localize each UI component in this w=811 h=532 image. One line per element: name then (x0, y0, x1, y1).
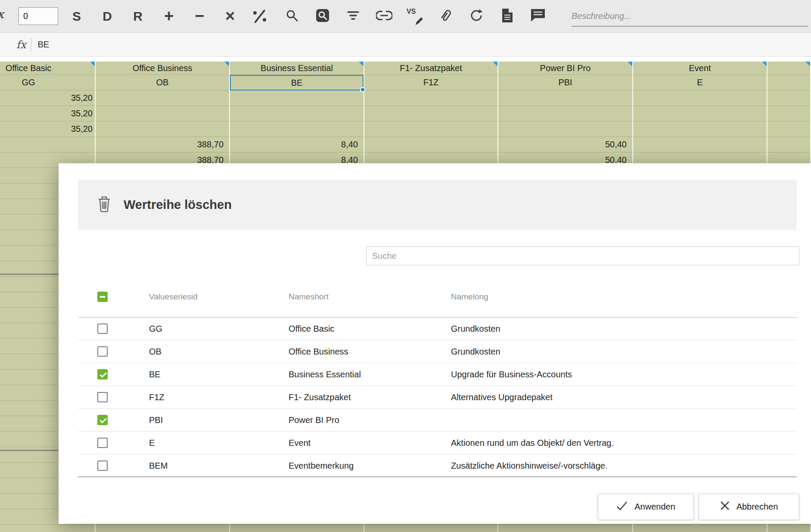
column-header-E[interactable]: Event (633, 62, 767, 75)
row-checkbox[interactable] (97, 346, 108, 357)
cell[interactable] (767, 106, 810, 121)
column-header-GG[interactable]: Office Basic (0, 62, 95, 75)
multiply-button[interactable]: × (218, 0, 242, 32)
link-button[interactable] (372, 0, 396, 32)
series-code-cell-F1Z[interactable]: F1Z (364, 75, 497, 90)
cell[interactable] (364, 121, 497, 137)
document-button[interactable] (495, 0, 519, 32)
cell[interactable] (498, 90, 632, 106)
cell[interactable] (633, 525, 767, 532)
series-code-cell-BE[interactable]: BE (230, 75, 364, 90)
cell[interactable]: 50,40 (498, 137, 632, 152)
refresh-button[interactable] (464, 0, 488, 32)
cell[interactable]: 388,70 (96, 137, 229, 152)
column-header[interactable] (767, 62, 810, 75)
series-table-body: GG Office Basic Grundkosten OB Office Bu… (78, 317, 797, 477)
cell[interactable] (364, 137, 497, 152)
cell-valueseriesid: BE (149, 370, 161, 380)
advanced-search-button[interactable] (311, 0, 335, 32)
cell[interactable] (498, 106, 632, 121)
cell[interactable] (633, 106, 767, 121)
column-header-OB[interactable]: Office Business (96, 62, 229, 75)
cell[interactable] (230, 121, 364, 137)
comment-triangle-icon (628, 62, 632, 66)
cell[interactable] (633, 137, 767, 152)
s-button[interactable]: S (65, 0, 89, 32)
cell[interactable] (767, 137, 810, 152)
cell[interactable] (96, 525, 229, 532)
row-checkbox[interactable] (97, 438, 108, 448)
column-header-F1Z[interactable]: F1- Zusatzpaket (364, 62, 497, 75)
percent-edit-icon (252, 9, 267, 24)
filter-button[interactable] (341, 0, 365, 32)
comment-triangle-icon (359, 62, 364, 66)
cell[interactable] (767, 525, 810, 532)
table-row[interactable]: E Event Aktionen rund um das Objekt/ den… (78, 432, 797, 454)
series-code-cell-PBI[interactable]: PBI (498, 75, 632, 90)
cell[interactable] (498, 121, 632, 137)
formula-value[interactable]: BE (37, 40, 49, 50)
cell[interactable] (230, 525, 364, 532)
cell[interactable]: 35,20 (0, 106, 95, 121)
cell[interactable]: 8,40 (230, 137, 364, 152)
cell[interactable] (767, 121, 810, 137)
row-checkbox[interactable] (97, 415, 108, 425)
cell[interactable] (230, 106, 364, 121)
advanced-search-icon (315, 8, 330, 25)
cell[interactable] (96, 106, 229, 121)
row-checkbox[interactable] (97, 324, 108, 334)
dialog-title: Wertreihe löschen (124, 198, 232, 212)
cell[interactable] (230, 90, 364, 106)
subtract-button[interactable]: − (187, 0, 211, 32)
column-header-PBI[interactable]: Power BI Pro (498, 62, 632, 75)
row-checkbox[interactable] (97, 369, 108, 380)
apply-button-label: Anwenden (634, 502, 675, 512)
apply-button[interactable]: Anwenden (598, 494, 694, 520)
cell[interactable]: 35,20 (0, 121, 95, 137)
cell[interactable] (96, 121, 229, 137)
description-input[interactable] (572, 6, 808, 27)
attachment-button[interactable] (433, 0, 457, 32)
main-toolbar: x S D R + − × VS (0, 0, 811, 33)
series-code-cell-GG[interactable]: GG (0, 75, 95, 90)
table-row[interactable]: F1Z F1- Zusatzpaket Alternatives Upgrade… (78, 386, 797, 409)
cell[interactable] (364, 106, 497, 121)
vs-edit-button[interactable]: VS (403, 0, 427, 32)
cell[interactable] (0, 137, 95, 152)
cell[interactable] (633, 121, 767, 137)
comment-button[interactable] (526, 0, 550, 32)
series-code-cell-OB[interactable]: OB (96, 75, 229, 90)
cell[interactable] (767, 90, 810, 106)
percent-edit-button[interactable] (248, 0, 272, 32)
r-button[interactable]: R (126, 0, 150, 32)
search-button[interactable] (280, 0, 304, 32)
fx-cut-label: x (0, 8, 4, 21)
selection-handle[interactable] (360, 87, 365, 92)
row-checkbox[interactable] (97, 460, 108, 471)
cell[interactable] (498, 525, 632, 532)
cancel-button-label: Abbrechen (736, 502, 778, 512)
series-code-cell-E[interactable]: E (633, 75, 767, 90)
add-button[interactable]: + (157, 0, 181, 32)
cancel-button[interactable]: Abbrechen (699, 494, 799, 520)
cell[interactable] (364, 525, 497, 532)
cell[interactable] (633, 90, 767, 106)
table-row[interactable]: BEM Eventbemerkung Zusätzliche Aktionshi… (78, 454, 797, 477)
table-row[interactable]: BE Business Essential Upgrade für Busine… (78, 363, 797, 386)
series-code-cell[interactable] (767, 75, 810, 90)
document-icon (501, 8, 514, 25)
cell[interactable] (0, 525, 95, 532)
row-checkbox[interactable] (97, 392, 108, 402)
formula-divider (31, 38, 31, 51)
table-row[interactable]: OB Office Business Grundkosten (78, 340, 797, 363)
table-row[interactable]: GG Office Basic Grundkosten (78, 317, 797, 340)
cell[interactable] (96, 90, 229, 106)
cell[interactable] (364, 90, 497, 106)
column-header-BE[interactable]: Business Essential (230, 62, 364, 75)
cell[interactable]: 35,20 (0, 90, 95, 106)
table-row[interactable]: PBI Power BI Pro (78, 409, 797, 432)
number-input[interactable] (19, 7, 58, 25)
dialog-search-input[interactable] (367, 246, 799, 265)
d-button[interactable]: D (95, 0, 119, 32)
select-all-checkbox[interactable] (97, 292, 108, 302)
